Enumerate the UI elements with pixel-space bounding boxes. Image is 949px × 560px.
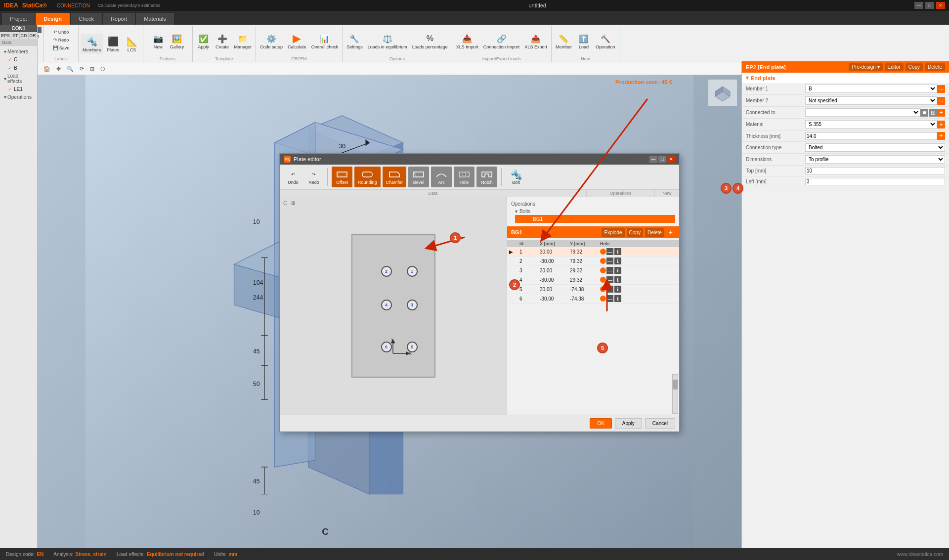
pe-bolt-button[interactable]: 🔩 Bolt [506,167,526,187]
connection-type-select[interactable]: Bolted [805,143,945,152]
xls-export-button[interactable]: 📤 XLS Export [522,31,549,51]
delete-rp-button[interactable]: Delete [925,63,945,71]
undo-button[interactable]: ↶Undo [52,29,71,36]
bolt-3[interactable]: 3 [407,300,418,310]
con-tab-st[interactable]: ST [11,32,20,39]
load-button[interactable]: ⬆️ Load [575,31,593,51]
pe-copy-button[interactable]: Copy [627,228,643,237]
left-input[interactable] [805,178,945,185]
row3-info-button[interactable]: ℹ [614,267,621,274]
table-row-5[interactable]: 5 30.00 -74.38 — ℹ [507,285,679,294]
row6-minus-button[interactable]: — [606,295,613,302]
tab-report[interactable]: Report [103,13,135,25]
new-picture-button[interactable]: 📷 New [149,31,167,51]
table-row-1[interactable]: ▶ 1 30.00 79.32 — ℹ [507,247,679,257]
tree-item-le1[interactable]: ✓ LE1 [0,85,37,93]
connection-import-button[interactable]: 🔗 Connection Import [481,31,522,51]
row3-minus-button[interactable]: — [606,267,613,274]
manager-button[interactable]: 📁 Manager [232,31,254,51]
connected-add-button[interactable]: + [937,109,945,117]
gallery-button[interactable]: 🖼️ Gallery [168,31,186,51]
table-row-3[interactable]: 3 30.00 29.32 — ℹ [507,266,679,275]
tree-item-c[interactable]: ✓ C [0,55,37,64]
bolt-1[interactable]: 1 [407,266,418,277]
rotate-button[interactable]: ⟳ [78,65,86,73]
con-tab-cd[interactable]: CD [20,32,29,39]
material-select[interactable]: S 355 [805,120,937,129]
pe-hole-button[interactable]: Hole [454,167,474,187]
plates-button[interactable]: ⬛ Plates [104,34,122,54]
home-view-button[interactable]: 🏠 [42,65,52,73]
pe-arc-button[interactable]: Arc [431,167,452,187]
row1-minus-button[interactable]: — [606,248,613,255]
zoom-button[interactable]: 🔍 [65,65,76,73]
member2-goto-button[interactable]: → [937,97,945,105]
row4-info-button[interactable]: ℹ [614,276,621,283]
row5-info-button[interactable]: ℹ [614,286,621,293]
pe-notch-button[interactable]: Notch [476,167,497,187]
pe-offset-button[interactable]: Offset [332,167,352,187]
expand-button[interactable]: ⬡ [98,65,107,73]
tab-project[interactable]: Project [2,13,35,25]
pe-chamfer-button[interactable]: Chamfer [383,167,407,187]
row4-minus-button[interactable]: — [606,276,613,283]
calculate-button[interactable]: ▶ Calculate [286,31,308,51]
copy-rp-button[interactable]: Copy [906,63,923,71]
settings-button[interactable]: 🔧 Settings [345,31,365,51]
tree-item-b[interactable]: ✓ B [0,64,37,72]
connected-to-select[interactable] [805,108,920,117]
table-row-2[interactable]: 2 -30.00 79.32 — ℹ [507,257,679,266]
member-button[interactable]: 📏 Member [554,31,574,51]
redo-button[interactable]: ↷Redo [52,37,71,43]
pe-maximize-button[interactable]: □ [658,156,666,163]
operation-button[interactable]: 🔨 Operation [594,31,617,51]
pe-explode-button[interactable]: Explode [602,228,624,237]
con-tab-dr[interactable]: DR [29,32,38,39]
operations-tree-header[interactable]: ▾Operations [0,93,37,101]
load-effects-tree-header[interactable]: ▾Load effects [0,72,37,85]
row6-info-button[interactable]: ℹ [614,295,621,302]
members-button[interactable]: 🔩 Members [81,34,103,54]
pe-bg1-item[interactable]: BG1 [515,215,675,223]
tab-check[interactable]: Check [71,13,102,25]
pe-scrollbar-thumb[interactable] [673,380,678,389]
row2-info-button[interactable]: ℹ [614,258,621,264]
pe-add-col-button[interactable]: + [666,228,675,237]
apply-button[interactable]: ✅ Apply [195,31,213,51]
xls-import-button[interactable]: 📥 XLS Import [454,31,480,51]
pe-bolts-header[interactable]: ▾Bolts [515,208,675,215]
loads-percentage-button[interactable]: % Loads percentage [410,31,450,51]
pe-expand-button[interactable]: ⬡ [282,199,289,206]
member2-select[interactable]: Not specified [805,96,937,105]
pe-delete-button[interactable]: Delete [645,228,664,237]
editor-button[interactable]: Editor [885,63,904,71]
code-setup-button[interactable]: ⚙️ Code setup [258,31,285,51]
save-button[interactable]: 💾Save [51,44,71,51]
row2-minus-button[interactable]: — [606,258,613,264]
connected-icon2-button[interactable]: ⊞ [929,109,937,117]
pe-bevel-button[interactable]: Bevel [408,167,429,187]
pe-apply-button[interactable]: Apply [615,418,642,429]
member1-select[interactable]: B [805,85,937,93]
pe-drawing-area[interactable]: ⬡ ⊞ 2 1 4 3 6 [280,197,507,415]
pe-rounding-button[interactable]: Rounding [354,167,381,187]
con-tab-eps[interactable]: EPS [0,32,11,39]
dimensions-select[interactable]: To profile [805,155,945,164]
create-button[interactable]: ➕ Create [214,31,231,51]
tab-materials[interactable]: Materials [136,13,174,25]
pe-fit-button[interactable]: ⊞ [290,199,297,206]
row5-minus-button[interactable]: — [606,286,613,293]
pre-design-button[interactable]: Pre-design ▾ [849,63,882,71]
pe-cancel-button[interactable]: Cancel [645,418,675,429]
maximize-button[interactable]: □ [925,2,934,9]
pe-ok-button[interactable]: OK [590,418,611,429]
connected-icon1-button[interactable]: ■ [920,109,928,117]
overall-check-button[interactable]: 📊 Overall check [309,31,341,51]
thickness-inc-button[interactable]: + [937,132,945,140]
pan-button[interactable]: ✥ [54,65,63,73]
pe-close-button[interactable]: ✕ [667,156,675,163]
fit-button[interactable]: ⊞ [88,65,96,73]
pe-undo-button[interactable]: ↶ Undo [284,168,302,186]
tab-design[interactable]: Design [36,13,70,25]
minimize-button[interactable]: — [914,2,923,9]
